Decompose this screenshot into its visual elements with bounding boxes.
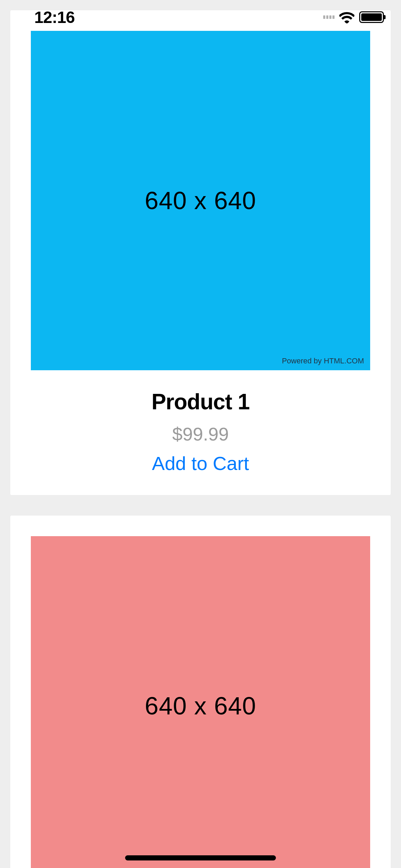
status-time: 12:16: [34, 8, 75, 27]
status-indicators: [323, 10, 384, 24]
wifi-icon: [339, 10, 354, 24]
home-indicator[interactable]: [125, 855, 276, 860]
product-price: $99.99: [31, 423, 370, 445]
image-dimensions-label: 640 x 640: [145, 692, 256, 720]
product-image-placeholder: 640 x 640: [31, 536, 370, 868]
product-image-placeholder: 640 x 640 Powered by HTML.COM: [31, 31, 370, 370]
battery-icon: [359, 11, 384, 23]
image-attribution: Powered by HTML.COM: [282, 357, 364, 365]
product-info: Product 1 $99.99 Add to Cart: [31, 370, 370, 474]
product-title: Product 1: [31, 389, 370, 414]
product-list[interactable]: 640 x 640 Powered by HTML.COM Product 1 …: [0, 0, 401, 868]
cellular-icon: [323, 15, 335, 19]
status-bar: 12:16: [0, 0, 401, 34]
image-dimensions-label: 640 x 640: [145, 186, 256, 215]
product-card[interactable]: 640 x 640: [10, 516, 391, 868]
product-card[interactable]: 640 x 640 Powered by HTML.COM Product 1 …: [10, 10, 391, 495]
add-to-cart-button[interactable]: Add to Cart: [152, 452, 249, 474]
